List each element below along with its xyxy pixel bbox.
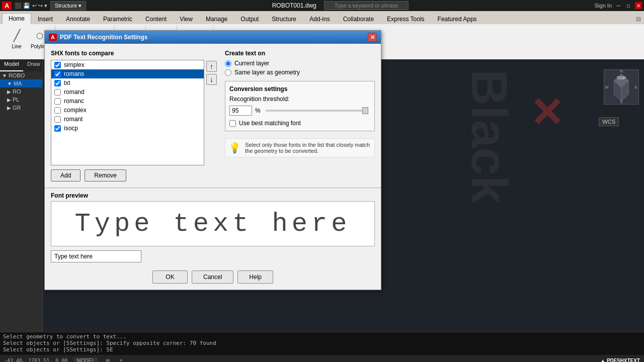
font-item-romanc[interactable]: romanc xyxy=(51,97,204,106)
tree-item-ro[interactable]: ▶ RO xyxy=(0,87,42,96)
font-checkbox-romant[interactable] xyxy=(54,116,61,123)
structure-dropdown[interactable]: Structure ▾ xyxy=(50,1,87,11)
font-preview-input-row xyxy=(51,250,375,262)
dialog-close-button[interactable]: ✕ xyxy=(368,33,377,42)
font-item-romans[interactable]: romans xyxy=(51,69,204,78)
font-checkbox-txt[interactable] xyxy=(54,80,61,86)
add-button[interactable]: Add xyxy=(51,169,80,182)
best-match-checkbox-label[interactable]: Use best matching font xyxy=(229,120,370,127)
font-checkbox-romanc[interactable] xyxy=(54,98,61,105)
threshold-unit: % xyxy=(255,107,261,114)
model-label[interactable]: MODEL xyxy=(73,357,98,363)
threshold-input[interactable] xyxy=(229,106,252,116)
nav-cube[interactable]: TOP N S E W xyxy=(604,69,639,105)
font-item-complex[interactable]: complex xyxy=(51,106,204,115)
font-item-simplex[interactable]: simplex xyxy=(51,60,204,69)
font-preview-input[interactable] xyxy=(51,250,141,262)
command-label: PDFSHXTEXT xyxy=(607,358,640,363)
grid-btn[interactable]: ⊞ xyxy=(104,357,112,363)
font-list-arrows: ↑ ↓ xyxy=(206,60,217,165)
font-up-button[interactable]: ↑ xyxy=(206,61,217,72)
hint-icon: 💡 xyxy=(228,142,241,154)
font-checkbox-simplex[interactable] xyxy=(54,62,61,68)
best-match-checkbox[interactable] xyxy=(229,120,236,127)
maximize-btn[interactable]: □ xyxy=(625,2,632,9)
model-tab[interactable]: Model xyxy=(0,59,23,71)
command-line: Select geometry to convert to text... Se… xyxy=(0,332,644,355)
tab-content[interactable]: Content xyxy=(139,13,173,24)
font-item-isocp[interactable]: isocp xyxy=(51,124,204,133)
minimize-btn[interactable]: ─ xyxy=(615,2,622,9)
close-btn[interactable]: ✕ xyxy=(635,2,642,9)
font-down-button[interactable]: ↓ xyxy=(206,74,217,85)
tree-label-pl: PL xyxy=(13,97,19,103)
line-label: Line xyxy=(12,44,22,49)
tab-annotate[interactable]: Annotate xyxy=(59,13,97,24)
hint-text: Select only those fonts in the list that… xyxy=(245,142,371,154)
remove-button[interactable]: Remove xyxy=(85,169,126,182)
font-checkbox-romans[interactable] xyxy=(54,71,61,77)
sign-in-btn[interactable]: Sign In xyxy=(595,3,612,9)
snap-btn[interactable]: ⌖ xyxy=(118,357,125,362)
font-item-romant[interactable]: romant xyxy=(51,115,204,124)
radio-same-layer[interactable]: Same layer as geometry xyxy=(225,69,375,76)
ribbon-expand-icon[interactable]: ⊟ xyxy=(633,14,644,24)
svg-text:W: W xyxy=(605,85,609,89)
pdf-text-recognition-dialog: A PDF Text Recognition Settings ✕ SHX fo… xyxy=(44,30,381,290)
font-item-romand[interactable]: romand xyxy=(51,87,204,97)
create-text-label: Create text on xyxy=(225,50,375,57)
tree-item-gr[interactable]: ▶ GR xyxy=(0,104,42,112)
tab-home[interactable]: Home xyxy=(2,13,31,24)
dialog-right-column: Create text on Current layer Same layer … xyxy=(225,50,375,182)
font-checkbox-complex[interactable] xyxy=(54,107,61,114)
cancel-button[interactable]: Cancel xyxy=(192,270,233,284)
tab-insert[interactable]: Insert xyxy=(31,13,59,24)
wcs-label: WCS xyxy=(599,117,619,126)
tab-manage[interactable]: Manage xyxy=(199,13,234,24)
radio-same-layer-label: Same layer as geometry xyxy=(234,69,300,76)
search-box[interactable]: Type a keyword or phrase xyxy=(324,1,409,10)
shx-section-label: SHX fonts to compare xyxy=(51,50,217,57)
status-strip: -43.48, 1783.51, 0.00 MODEL ⊞ ⌖ ▲ PDFSHX… xyxy=(0,355,644,362)
add-remove-row: Add Remove xyxy=(51,169,217,182)
help-button[interactable]: Help xyxy=(237,270,273,284)
tree-expand-icon-ro: ▶ xyxy=(7,89,11,95)
tree-item-robot[interactable]: ▼ ROBO xyxy=(0,71,42,79)
ok-button[interactable]: OK xyxy=(152,270,188,284)
tab-output[interactable]: Output xyxy=(234,13,265,24)
font-checkbox-romand[interactable] xyxy=(54,89,61,96)
tab-structure[interactable]: Structure xyxy=(265,13,303,24)
tree-label-gr: GR xyxy=(13,105,21,111)
tree-item-ma[interactable]: ▼ MA xyxy=(0,79,42,87)
hint-box: 💡 Select only those fonts in the list th… xyxy=(225,138,375,157)
tab-collaborate[interactable]: Collaborate xyxy=(337,13,380,24)
threshold-slider[interactable] xyxy=(266,110,368,112)
font-checkbox-isocp[interactable] xyxy=(54,125,61,132)
dialog-title-area: A PDF Text Recognition Settings xyxy=(49,34,147,41)
tree-expand-icon-ma: ▼ xyxy=(7,81,12,86)
title-bar-right: Sign In ─ □ ✕ xyxy=(595,2,642,9)
tab-addins[interactable]: Add-ins xyxy=(303,13,337,24)
left-panel: Model Draw ▼ ROBO ▼ MA ▶ RO ▶ PL ▶ GR xyxy=(0,59,43,362)
quick-access-toolbar: ⬛ 💾 ↩ ↪ ▾ xyxy=(15,3,47,9)
draw-tab[interactable]: Draw xyxy=(23,59,44,71)
font-item-txt[interactable]: txt xyxy=(51,78,204,87)
radio-current-layer-input[interactable] xyxy=(225,60,231,67)
coords-display: -43.48, 1783.51, 0.00 xyxy=(4,358,67,363)
radio-current-layer[interactable]: Current layer xyxy=(225,60,375,67)
dialog-buttons: OK Cancel Help xyxy=(45,266,381,290)
tab-featured-apps[interactable]: Featured Apps xyxy=(431,13,484,24)
tab-view[interactable]: View xyxy=(173,13,199,24)
font-preview-text: Type text here xyxy=(75,209,351,239)
dialog-left-column: SHX fonts to compare simplex romans txt … xyxy=(51,50,217,182)
radio-group-create-text: Current layer Same layer as geometry xyxy=(225,60,375,76)
line-btn[interactable]: ╱ Line xyxy=(6,26,27,51)
threshold-label: Recognition threshold: xyxy=(229,96,370,103)
radio-same-layer-input[interactable] xyxy=(225,69,231,76)
command-line-1: Select geometry to convert to text... xyxy=(3,333,641,340)
svg-text:TOP: TOP xyxy=(617,75,626,80)
tab-parametric[interactable]: Parametric xyxy=(97,13,139,24)
tab-express-tools[interactable]: Express Tools xyxy=(380,13,431,24)
dialog-title-text: PDF Text Recognition Settings xyxy=(60,34,147,41)
tree-item-pl[interactable]: ▶ PL xyxy=(0,96,42,104)
